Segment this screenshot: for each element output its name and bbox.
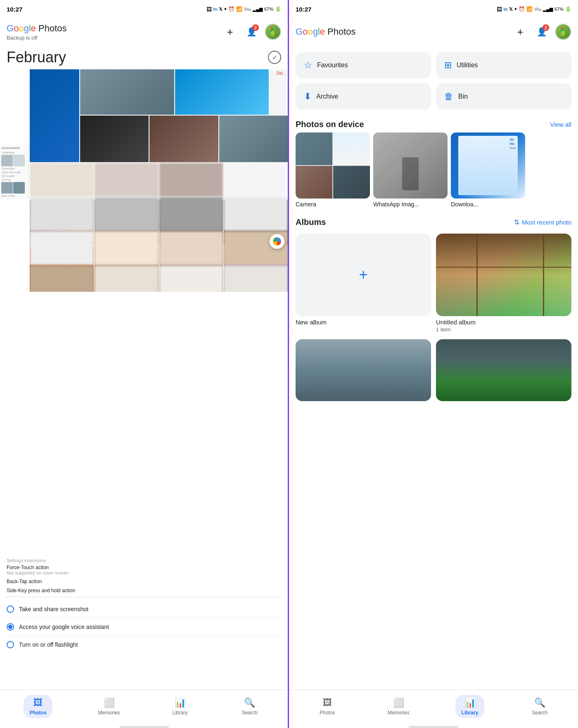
photo-cell-tall[interactable] [30, 69, 79, 162]
blur-cell-6 [95, 197, 159, 231]
sort-button[interactable]: ⇅ Most recent photo [514, 218, 571, 226]
left-nav-library[interactable]: 📊 Library [166, 695, 194, 718]
blur-cell-1 [30, 163, 94, 196]
left-nav-search[interactable]: 🔍 Search [235, 695, 264, 718]
cam-cell-3 [296, 166, 332, 199]
ss-thumb-2 [13, 155, 25, 166]
flashlight-option[interactable]: Turn on or off flashlight [7, 636, 281, 653]
assistant-option[interactable]: Access your google voice assistant [7, 618, 281, 636]
blur-cell-16 [224, 266, 288, 292]
archive-card[interactable]: ⬇ Archive [296, 83, 431, 110]
photo-cell-dark[interactable] [80, 116, 149, 162]
left-nav-memories[interactable]: ⬜ Memories [93, 695, 125, 718]
more-album-2[interactable] [436, 339, 571, 401]
camera-folder-card[interactable]: Camera [296, 132, 370, 208]
screenshot-option[interactable]: Take and share screenshot [7, 600, 281, 618]
new-album-name: New album [296, 319, 431, 326]
right-library-nav-label: Library [462, 710, 479, 716]
left-header-actions: + 👤 2 🦜 [222, 24, 281, 40]
right-photos-text: Photos [327, 26, 356, 37]
untitled-album-card[interactable]: Untitled album 1 item [436, 234, 571, 333]
right-google-text: Google [296, 26, 325, 37]
ss-thumb-1 [1, 155, 13, 166]
star-icon: ☆ [304, 60, 312, 71]
blurred-photo-section [30, 163, 288, 292]
left-content-area: February ✓ Screenshots Yesterday Downloa… [0, 45, 288, 690]
right-app-header: Google Photos + 👤 2 🦜 [289, 17, 578, 45]
photo-cell-blue-big[interactable] [175, 69, 269, 115]
right-time: 10:27 [296, 6, 311, 13]
photo-cell-brown[interactable] [149, 116, 218, 162]
gallery-icon: 🖼 [206, 6, 212, 12]
right-battery-icon: 🔋 [565, 6, 571, 12]
more-album-1[interactable] [296, 339, 431, 401]
device-folders-row: Camera WhatsApp Imag... re-nufresh [289, 132, 578, 214]
left-time: 10:27 [7, 6, 22, 13]
right-avatar: 🦜 [556, 24, 571, 39]
untitled-album-count: 1 item [436, 326, 571, 333]
check-icon-symbol: ✓ [272, 54, 277, 61]
left-add-button[interactable]: + [222, 24, 238, 40]
left-phone-screen: 10:27 🖼 in 𝕏 • ⏰ 📶 Vo₀ ▂▄▆ 67% 🔋 Google … [0, 0, 289, 728]
bin-card[interactable]: 🗑 Bin [436, 83, 571, 110]
right-o-letter: o [303, 26, 308, 37]
left-share-button[interactable]: 👤 2 [243, 24, 260, 40]
google-assistant-fab[interactable] [270, 234, 284, 249]
right-phone-screen: 10:27 🖼 in 𝕏 • ⏰ 📶 Vo₀ ▂▄▆ 67% 🔋 Google … [289, 0, 578, 728]
right-nav-photos[interactable]: 🖼 Photos [313, 695, 342, 718]
battery-text: 67% [264, 7, 273, 12]
right-add-button[interactable]: + [512, 24, 528, 40]
left-scroll-indicator [119, 726, 169, 728]
select-all-button[interactable]: ✓ [268, 51, 281, 64]
whatsapp-folder-card[interactable]: WhatsApp Imag... [373, 132, 448, 208]
camera-mosaic [296, 132, 370, 199]
right-alarm-icon: ⏰ [519, 6, 525, 12]
right-nav-memories[interactable]: ⬜ Memories [383, 695, 415, 718]
back-tap-title: Back-Tap action [7, 579, 281, 584]
left-memories-nav-label: Memories [98, 710, 120, 716]
rain-effect [296, 339, 431, 401]
delete-indicator: Del... [277, 71, 286, 76]
bin-label: Bin [458, 93, 468, 100]
utilities-label: Utilities [457, 61, 478, 69]
right-nav-library[interactable]: 📊 Library [455, 695, 484, 718]
photo-cell-partial[interactable]: Del... [270, 69, 288, 115]
right-nav-search[interactable]: 🔍 Search [525, 695, 554, 718]
settings-ext-label: Settings extensions [7, 558, 281, 563]
flashlight-radio[interactable] [7, 641, 14, 648]
right-search-nav-icon: 🔍 [534, 697, 545, 708]
favourites-card[interactable]: ☆ Favourites [296, 52, 431, 78]
left-bottom-nav: 🖼 Photos ⬜ Memories 📊 Library 🔍 Search [0, 690, 288, 723]
quick-access-grid: ☆ Favourites ⊞ Utilities ⬇ Archive 🗑 Bin [289, 49, 578, 116]
cam-cell-2 [333, 132, 370, 165]
right-dot-icon: • [514, 5, 517, 13]
right-share-button[interactable]: 👤 2 [533, 24, 550, 40]
view-all-button[interactable]: View all [550, 121, 571, 128]
right-bottom-nav: 🖼 Photos ⬜ Memories 📊 Library 🔍 Search [289, 690, 578, 723]
photo-cell-gray[interactable] [219, 116, 288, 162]
bottom-settings-popup: Settings extensions Force-Touch action N… [0, 555, 288, 657]
download-folder-thumb: re-nufresh [451, 132, 525, 199]
action-options: Take and share screenshot Access your go… [7, 597, 281, 653]
assistant-radio[interactable] [7, 623, 14, 631]
sort-icon: ⇅ [514, 218, 519, 226]
left-avatar-button[interactable]: 🦜 [265, 24, 281, 40]
sort-label: Most recent photo [522, 219, 571, 226]
right-status-icons: 🖼 in 𝕏 • ⏰ 📶 Vo₀ ▂▄▆ 67% 🔋 [497, 5, 571, 13]
google-dot-icon [273, 237, 281, 246]
new-album-card[interactable]: + New album [296, 234, 431, 333]
download-folder-card[interactable]: re-nufresh Downloa... [451, 132, 525, 208]
left-nav-photos[interactable]: 🖼 Photos [24, 695, 52, 718]
plus-icon-album: + [359, 266, 367, 284]
screenshot-radio[interactable] [7, 605, 14, 613]
screenshot-panel: Screenshots Yesterday Download 2022 eid … [0, 144, 29, 199]
ss-newdelhi: New Delhi [0, 194, 28, 198]
right-avatar-button[interactable]: 🦜 [555, 24, 571, 40]
blur-cell-2 [95, 163, 159, 196]
g-letter: G [7, 23, 14, 33]
left-status-icons: 🖼 in 𝕏 • ⏰ 📶 Vo₀ ▂▄▆ 67% 🔋 [206, 5, 281, 13]
more-albums-grid [289, 336, 578, 404]
utilities-card[interactable]: ⊞ Utilities [436, 52, 571, 78]
untitled-album-name: Untitled album [436, 319, 571, 326]
photo-cell-1[interactable] [80, 69, 174, 115]
